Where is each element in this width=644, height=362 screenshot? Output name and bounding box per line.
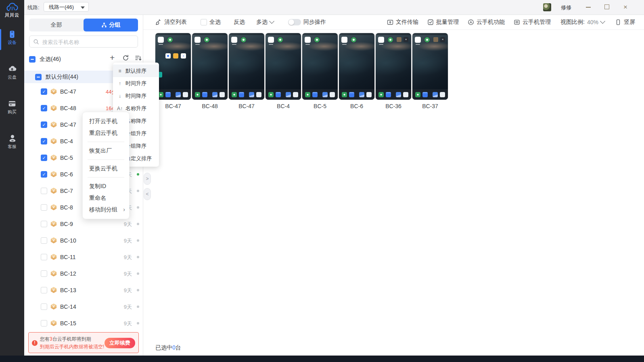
renew-button[interactable]: 立即续费: [105, 338, 135, 348]
menu-item-move-to-group[interactable]: 移动到分组›: [83, 204, 129, 216]
cloud-phone-features-button[interactable]: 云手机功能: [468, 19, 505, 26]
device-checkbox[interactable]: [41, 204, 47, 211]
device-checkbox[interactable]: [41, 105, 47, 111]
status-dot: [137, 223, 139, 225]
menu-item-replace-phone[interactable]: 更换云手机: [83, 163, 129, 174]
menu-item-time-desc[interactable]: ↓时间降序: [113, 90, 159, 102]
menu-item-restart-phone[interactable]: 重启云手机: [83, 127, 129, 139]
batch-manage-button[interactable]: 批量管理: [427, 19, 459, 26]
sidebar-item-devices[interactable]: 设备: [0, 28, 24, 52]
sidebar-item-cloud-disk[interactable]: 云盘: [0, 63, 24, 86]
sync-toggle[interactable]: [288, 19, 301, 25]
sidebar-item-support[interactable]: 客服: [0, 132, 24, 156]
menu-item-open-phone[interactable]: 打开云手机: [83, 115, 129, 127]
sort-desc-icon: ↓: [117, 93, 123, 99]
phone-screen: ×: [376, 33, 411, 100]
refresh-icon[interactable]: [122, 54, 129, 63]
device-checkbox[interactable]: [41, 287, 47, 293]
device-checkbox[interactable]: [41, 237, 47, 244]
view-ratio-dropdown[interactable]: 视图比例: 40%: [560, 19, 604, 26]
phone-thumbnail[interactable]: BC-5: [302, 33, 338, 109]
sidebar-item-purchase[interactable]: 购买: [0, 98, 24, 121]
device-checkbox[interactable]: [41, 88, 47, 95]
line-select[interactable]: 线路一(46): [44, 2, 89, 12]
phone-thumbnail[interactable]: BC-47: [229, 33, 264, 109]
sidebar-item-label: 设备: [0, 40, 24, 46]
vip-badge-icon: V: [50, 138, 57, 144]
phone-thumbnail[interactable]: BC-48: [192, 33, 228, 109]
clear-list-label: 清空列表: [164, 19, 187, 26]
device-checkbox[interactable]: [41, 221, 47, 227]
vip-badge-icon: V: [50, 105, 57, 111]
sort-icon[interactable]: [135, 54, 142, 63]
az-asc-icon: A↑: [117, 106, 123, 111]
phone-thumbnail[interactable]: × BC-37: [412, 33, 448, 109]
device-checkbox[interactable]: [41, 270, 47, 277]
phone-screen: [302, 33, 338, 100]
device-row[interactable]: VBC-139天: [24, 282, 143, 298]
device-checkbox[interactable]: [41, 254, 47, 260]
vip-badge-icon: V: [50, 155, 57, 161]
search-input[interactable]: [42, 36, 132, 48]
cloud-disk-icon: [8, 65, 17, 73]
select-all-checkbox[interactable]: [29, 56, 36, 63]
status-dot: [137, 306, 139, 308]
clear-list-button[interactable]: 清空列表: [155, 19, 187, 26]
device-row[interactable]: VBC-159天: [24, 315, 143, 331]
menu-item-copy-id[interactable]: 复制ID: [83, 180, 129, 192]
menu-item-default-sort[interactable]: ≡默认排序: [113, 65, 159, 77]
menu-item-time-asc[interactable]: ↑时间升序: [113, 77, 159, 90]
device-row[interactable]: VBC-109天: [24, 232, 143, 249]
device-checkbox[interactable]: [41, 155, 47, 161]
tab-all[interactable]: 全部: [29, 19, 84, 31]
maximize-button[interactable]: [603, 3, 611, 11]
tab-groups[interactable]: 分组: [84, 19, 138, 31]
phone-thumbnail[interactable]: × BC-47: [155, 33, 191, 109]
menu-item-rename[interactable]: 重命名: [83, 192, 129, 204]
collapse-panel-handle[interactable]: <: [144, 188, 151, 200]
multi-select-dropdown[interactable]: 多选: [256, 19, 274, 26]
device-checkbox[interactable]: [41, 121, 47, 128]
device-checkbox[interactable]: [41, 320, 47, 326]
vip-badge-icon: V: [50, 254, 57, 260]
layers-icon: ≡: [117, 68, 123, 74]
warning-icon: !: [32, 340, 38, 346]
menu-item-factory-reset[interactable]: 恢复出厂: [83, 145, 129, 157]
sidebar-item-label: 购买: [0, 109, 24, 115]
status-dot: [137, 289, 139, 291]
menu-divider: [88, 177, 124, 178]
device-checkbox[interactable]: [41, 303, 47, 310]
cloud-phone-manage-button[interactable]: 云手机管理: [514, 19, 551, 26]
select-all-toolbar[interactable]: 全选: [201, 19, 221, 26]
status-dot: [137, 272, 139, 275]
select-all-main-checkbox[interactable]: [201, 19, 207, 25]
file-transfer-button[interactable]: 文件传输: [387, 19, 418, 26]
minimize-button[interactable]: [584, 3, 592, 11]
vip-badge-icon: V: [50, 88, 57, 94]
phone-screen: [266, 33, 301, 100]
phone-name: BC-47: [155, 103, 191, 109]
phone-thumbnail[interactable]: BC-4: [266, 33, 301, 109]
vip-badge-icon: V: [50, 270, 57, 276]
close-button[interactable]: ×: [621, 3, 629, 11]
select-all-label: 全选(46): [40, 56, 61, 63]
add-group-icon[interactable]: +: [110, 53, 115, 62]
device-checkbox[interactable]: [41, 171, 47, 178]
portrait-mode-button[interactable]: 竖屏: [615, 19, 635, 26]
device-checkbox[interactable]: [41, 138, 47, 144]
device-name: BC-47: [60, 121, 76, 128]
user-name: 修修: [561, 4, 571, 11]
user-avatar[interactable]: [543, 3, 551, 11]
device-checkbox[interactable]: [41, 188, 47, 194]
device-name: BC-9: [60, 221, 73, 227]
invert-select-button[interactable]: 反选: [234, 19, 245, 26]
device-row[interactable]: VBC-129天: [24, 265, 143, 282]
group-checkbox[interactable]: [35, 74, 42, 80]
expand-panel-handle[interactable]: >: [144, 173, 151, 185]
chevron-down-icon: [269, 19, 274, 24]
device-row[interactable]: VBC-119天: [24, 249, 143, 265]
selection-status: 已选中0台: [155, 344, 181, 352]
device-row[interactable]: VBC-149天: [24, 298, 143, 315]
phone-thumbnail[interactable]: BC-6: [339, 33, 374, 109]
phone-thumbnail[interactable]: × BC-36: [376, 33, 411, 109]
